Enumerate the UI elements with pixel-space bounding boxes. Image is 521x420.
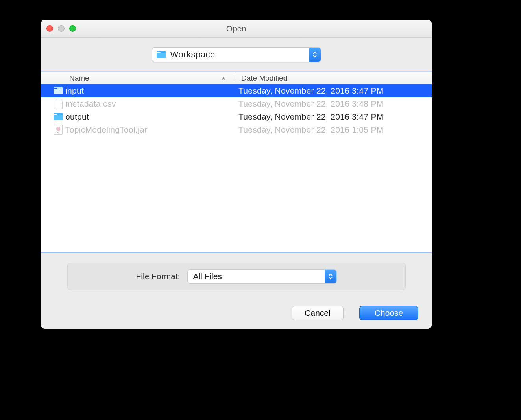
file-list: inputTuesday, November 22, 2016 3:47 PMm… bbox=[41, 84, 432, 252]
document-icon bbox=[51, 99, 65, 109]
column-header-date[interactable]: Date Modified bbox=[234, 74, 432, 83]
folder-icon bbox=[51, 87, 65, 95]
location-bar: Workspace bbox=[41, 38, 432, 72]
file-format-dropdown[interactable]: All Files bbox=[187, 269, 337, 284]
dropdown-arrows-icon bbox=[325, 270, 336, 283]
dropdown-arrows-icon bbox=[309, 48, 321, 62]
file-date-modified: Tuesday, November 22, 2016 3:48 PM bbox=[238, 99, 432, 109]
dialog-buttons: Cancel Choose bbox=[41, 290, 432, 320]
window-title: Open bbox=[41, 24, 432, 33]
titlebar: Open bbox=[41, 20, 432, 38]
column-header-name[interactable]: Name bbox=[41, 74, 234, 83]
current-folder-dropdown[interactable]: Workspace bbox=[152, 47, 321, 62]
file-date-modified: Tuesday, November 22, 2016 1:05 PM bbox=[238, 125, 432, 134]
open-dialog: Open Workspace Name Da bbox=[41, 20, 432, 329]
svg-rect-0 bbox=[157, 53, 166, 58]
file-name: TopicModelingTool.jar bbox=[65, 125, 238, 134]
file-format-label: File Format: bbox=[136, 272, 180, 281]
current-folder-label: Workspace bbox=[170, 50, 215, 60]
file-name: output bbox=[65, 112, 238, 122]
file-row[interactable]: JARTopicModelingTool.jarTuesday, Novembe… bbox=[41, 123, 432, 136]
folder-icon bbox=[156, 51, 166, 59]
file-row[interactable]: inputTuesday, November 22, 2016 3:47 PM bbox=[41, 84, 432, 97]
file-browser: Name Date Modified inputTuesday, Novembe… bbox=[41, 72, 432, 253]
column-header-name-label: Name bbox=[69, 74, 89, 83]
cancel-button[interactable]: Cancel bbox=[292, 306, 344, 320]
cancel-button-label: Cancel bbox=[305, 308, 330, 318]
file-date-modified: Tuesday, November 22, 2016 3:47 PM bbox=[238, 112, 432, 122]
choose-button[interactable]: Choose bbox=[359, 306, 418, 320]
file-name: metadata.csv bbox=[65, 99, 238, 109]
file-row[interactable]: metadata.csvTuesday, November 22, 2016 3… bbox=[41, 97, 432, 110]
column-headers: Name Date Modified bbox=[41, 72, 432, 84]
file-row[interactable]: outputTuesday, November 22, 2016 3:47 PM bbox=[41, 110, 432, 123]
sort-asc-icon bbox=[221, 74, 226, 83]
file-date-modified: Tuesday, November 22, 2016 3:47 PM bbox=[238, 86, 432, 96]
jar-file-icon: JAR bbox=[51, 125, 65, 135]
file-format-row: File Format: All Files bbox=[67, 263, 406, 290]
file-name: input bbox=[65, 86, 238, 96]
folder-icon bbox=[51, 113, 65, 121]
bottom-panel: File Format: All Files Cancel Choose bbox=[41, 253, 432, 329]
choose-button-label: Choose bbox=[375, 308, 403, 318]
svg-rect-2 bbox=[54, 115, 63, 120]
file-format-value: All Files bbox=[193, 272, 222, 281]
svg-rect-1 bbox=[54, 89, 63, 94]
column-header-date-label: Date Modified bbox=[241, 74, 287, 82]
